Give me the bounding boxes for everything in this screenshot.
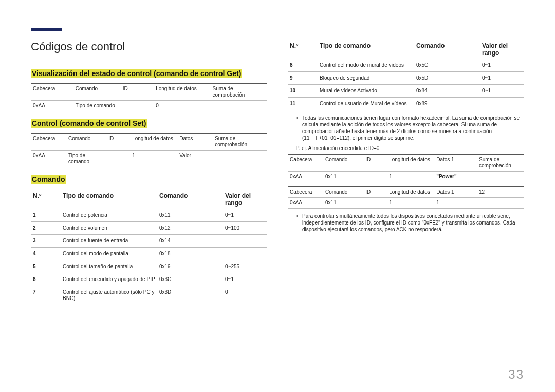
cell-no: 7 <box>31 286 61 305</box>
th: Suma de comprobación <box>211 84 267 101</box>
command-table-right: 8Control del modo de mural de vídeos0x5C… <box>288 59 524 110</box>
cell-com: 0x14 <box>157 235 223 248</box>
table-row: 6Control del encendido y apagado de PIP0… <box>31 273 267 286</box>
th: Comando <box>323 155 363 172</box>
th: Suma de comprobación <box>213 134 267 151</box>
cell-val: - <box>223 248 267 260</box>
cell-no: 4 <box>31 248 61 260</box>
td <box>211 101 267 111</box>
td: 0xAA <box>288 172 323 182</box>
td: Valor <box>177 151 213 167</box>
cell-com: 0x3C <box>157 273 223 286</box>
cell-no: 2 <box>31 222 61 235</box>
th: Comando <box>157 190 223 209</box>
cell-com: 0x84 <box>414 85 480 98</box>
command-table-header: N.º Tipo de comando Comando Valor del ra… <box>288 40 524 59</box>
cell-val: 0 <box>223 286 267 305</box>
td: 0xAA <box>31 151 66 167</box>
cell-no: 9 <box>288 72 318 85</box>
cell-tipo: Control de potencia <box>61 209 157 222</box>
th: Valor del rango <box>223 190 267 209</box>
cell-tipo: Control del ajuste automático (sólo PC y… <box>61 286 157 305</box>
td <box>213 151 267 167</box>
cell-no: 6 <box>31 273 61 286</box>
cell-com: 0x19 <box>157 260 223 273</box>
th: ID <box>106 134 130 151</box>
cell-com: 0x12 <box>157 222 223 235</box>
cell-tipo: Control de usuario de Mural de vídeos <box>318 98 414 110</box>
command-table-left: 1Control de potencia0x110~12Control de v… <box>31 209 267 305</box>
cell-tipo: Control de fuente de entrada <box>61 235 157 248</box>
th: Datos 1 <box>434 155 477 172</box>
cell-val: 0~100 <box>223 222 267 235</box>
th: Comando <box>414 40 480 59</box>
right-column: N.º Tipo de comando Comando Valor del ra… <box>288 20 524 377</box>
th: Comando <box>323 187 363 198</box>
cell-no: 10 <box>288 85 318 98</box>
td: 1 <box>387 172 434 182</box>
td: 0x11 <box>323 198 363 209</box>
cell-com: 0x3D <box>157 286 223 305</box>
th: Cabecera <box>288 155 323 172</box>
cell-tipo: Control del modo de pantalla <box>61 248 157 260</box>
td <box>477 172 524 182</box>
note-bullet: Todas las comunicaciones tienen lugar co… <box>296 115 524 141</box>
cell-com: 0x11 <box>157 209 223 222</box>
td <box>121 101 154 111</box>
cell-tipo: Control de volumen <box>61 222 157 235</box>
table-row: 5Control del tamaño de pantalla0x190~255 <box>31 260 267 273</box>
td: 0x11 <box>323 172 363 182</box>
th: Comando <box>66 134 106 151</box>
note-bullet: Para controlar simultáneamente todos los… <box>296 213 524 233</box>
td: Tipo de comando <box>73 101 121 111</box>
notes: Para controlar simultáneamente todos los… <box>296 213 524 233</box>
cell-val: - <box>223 235 267 248</box>
cell-com: 0x18 <box>157 248 223 260</box>
cell-tipo: Mural de vídeos Activado <box>318 85 414 98</box>
td: 0xAA <box>31 101 73 111</box>
section-comando-title: Comando <box>31 175 66 184</box>
section-get-title: Visualización del estado de control (com… <box>31 69 242 78</box>
td: Tipo de comando <box>66 151 106 167</box>
th: 12 <box>477 187 524 198</box>
cell-tipo: Control del modo de mural de vídeos <box>318 59 414 72</box>
th: Cabecera <box>31 84 73 101</box>
table-row: 2Control de volumen0x120~100 <box>31 222 267 235</box>
td: 0 <box>154 101 210 111</box>
cell-val: 0~1 <box>223 273 267 286</box>
table-row: 9Bloqueo de seguridad0x5D0~1 <box>288 72 524 85</box>
th: ID <box>363 187 387 198</box>
th: Longitud de datos <box>387 187 434 198</box>
cell-no: 5 <box>31 260 61 273</box>
cell-val: 0~1 <box>223 209 267 222</box>
td: 0xAA <box>288 198 323 209</box>
th: Datos <box>177 134 213 151</box>
th: Longitud de datos <box>130 134 177 151</box>
top-rule <box>31 30 524 30</box>
cell-com: 0x89 <box>414 98 480 110</box>
command-table-header: N.º Tipo de comando Comando Valor del ra… <box>31 190 267 209</box>
td: 1 <box>387 198 434 209</box>
td: 1 <box>130 151 177 167</box>
cell-tipo: Control del tamaño de pantalla <box>61 260 157 273</box>
cell-no: 3 <box>31 235 61 248</box>
document-page: Códigos de control Visualización del est… <box>0 0 555 392</box>
td: Power <box>434 172 477 182</box>
example-table-a: Cabecera Comando ID Longitud de datos Da… <box>288 154 524 182</box>
cell-no: 1 <box>31 209 61 222</box>
th: N.º <box>31 190 61 209</box>
th: Suma de comprobación <box>477 155 524 172</box>
cell-val: 0~255 <box>223 260 267 273</box>
th: Cabecera <box>31 134 66 151</box>
table-row: 4Control del modo de pantalla0x18- <box>31 248 267 260</box>
th: Valor del rango <box>480 40 524 59</box>
table-row: 11Control de usuario de Mural de vídeos0… <box>288 98 524 110</box>
cell-tipo: Bloqueo de seguridad <box>318 72 414 85</box>
table-row: 3Control de fuente de entrada0x14- <box>31 235 267 248</box>
td <box>477 198 524 209</box>
th: Tipo de comando <box>61 190 157 209</box>
set-table: Cabecera Comando ID Longitud de datos Da… <box>31 133 267 167</box>
th: Longitud de datos <box>387 155 434 172</box>
page-number: 33 <box>508 367 524 382</box>
table-row: 8Control del modo de mural de vídeos0x5C… <box>288 59 524 72</box>
